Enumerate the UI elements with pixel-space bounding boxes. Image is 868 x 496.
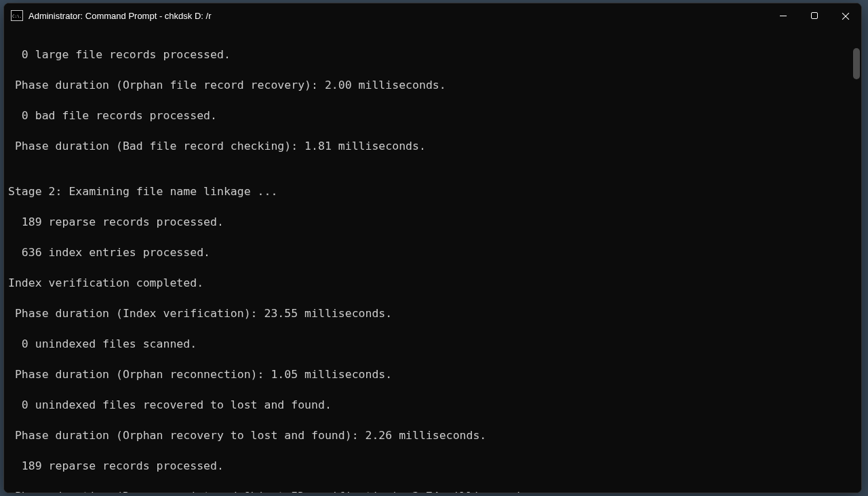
output-line: 0 unindexed files scanned.	[8, 337, 861, 352]
output-line: Phase duration (Orphan file record recov…	[8, 78, 861, 94]
output-line: 636 index entries processed.	[8, 245, 861, 261]
output-line: 189 reparse records processed.	[8, 459, 861, 474]
output-line: Phase duration (Index verification): 23.…	[8, 306, 861, 322]
output-line: Index verification completed.	[8, 276, 861, 291]
minimize-button[interactable]	[768, 3, 799, 28]
maximize-button[interactable]	[799, 3, 830, 28]
output-line: 189 reparse records processed.	[8, 215, 861, 230]
close-button[interactable]	[830, 3, 861, 28]
output-line: 0 large file records processed.	[8, 47, 861, 63]
window-title: Administrator: Command Prompt - chkdsk D…	[28, 11, 768, 21]
cmd-icon: C:\.	[11, 10, 23, 21]
output-line: Stage 2: Examining file name linkage ...	[8, 184, 861, 200]
maximize-icon	[811, 12, 818, 19]
window-controls	[768, 3, 861, 28]
output-line: 0 unindexed files recovered to lost and …	[8, 398, 861, 413]
window-titlebar[interactable]: C:\. Administrator: Command Prompt - chk…	[4, 3, 861, 28]
output-line: Phase duration (Reparse point and Object…	[8, 489, 861, 493]
output-line: 0 bad file records processed.	[8, 108, 861, 124]
close-icon	[842, 12, 850, 20]
command-prompt-window: C:\. Administrator: Command Prompt - chk…	[3, 3, 862, 493]
terminal-output[interactable]: 0 large file records processed. Phase du…	[4, 28, 861, 493]
scrollbar-thumb[interactable]	[853, 48, 860, 79]
minimize-icon	[780, 16, 787, 16]
output-line: Phase duration (Orphan reconnection): 1.…	[8, 367, 861, 383]
output-line: Phase duration (Bad file record checking…	[8, 139, 861, 154]
output-line: Phase duration (Orphan recovery to lost …	[8, 428, 861, 444]
scrollbar-track[interactable]	[853, 30, 860, 479]
